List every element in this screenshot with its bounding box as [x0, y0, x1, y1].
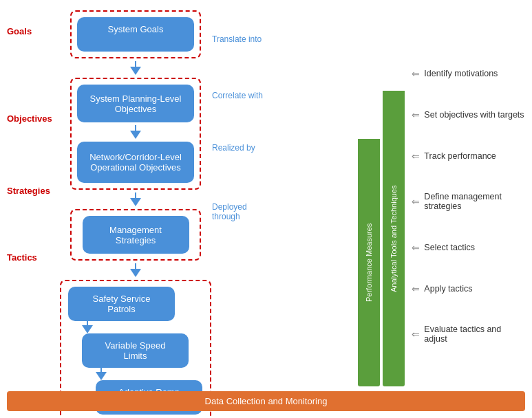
arrow-head-4 [130, 269, 141, 277]
analytical-bar: Analytical Tools and Techniques [383, 91, 405, 386]
performance-bar-container: Performance Measures [358, 50, 380, 386]
arrow-connector-2 [130, 125, 141, 139]
right-items-list: ⇐ Identify motivations ⇐ Set objectives … [405, 50, 525, 386]
system-goals-box: System Goals [77, 17, 194, 52]
arrow-left-icon-4: ⇐ [412, 242, 420, 253]
label-strategies: Strategies [7, 186, 63, 196]
main-container: Goals Objectives Strategies Tactics Syst… [0, 0, 532, 418]
label-goals: Goals [7, 26, 63, 36]
arrow-connector-1 [130, 61, 141, 75]
tac-arrow-head-1 [82, 325, 93, 333]
labels-column: Goals Objectives Strategies Tactics [7, 7, 63, 411]
bars-and-labels: Performance Measures Analytical Tools an… [358, 7, 525, 411]
arrow-line-4 [135, 263, 136, 269]
right-item-3: ⇐ Define management strategies [412, 192, 525, 211]
arrow-left-icon-3: ⇐ [412, 196, 420, 207]
management-strategies-box: Management Strategies [83, 216, 189, 254]
arrow-head [130, 67, 141, 75]
arrow-head-3 [130, 198, 141, 206]
arrow-left-icon-2: ⇐ [412, 151, 420, 162]
arrow-connector-3 [130, 192, 141, 206]
label-tactics: Tactics [7, 252, 63, 263]
diagram-boxes: System Goals System Planning-Level Objec… [63, 7, 208, 411]
network-corridor-box: Network/Corridor-Level Operational Objec… [77, 142, 194, 183]
performance-bar: Performance Measures [358, 139, 380, 386]
system-planning-box: System Planning-Level Objectives [77, 85, 194, 122]
tactic-row-2: Variable Speed Limits [82, 333, 189, 368]
right-item-label-6: Evaluate tactics and adjust [424, 324, 525, 344]
right-item-label-4: Select tactics [424, 243, 475, 252]
right-item-label-3: Define management strategies [424, 192, 525, 211]
arrow-left-icon-0: ⇐ [412, 68, 420, 79]
right-item-4: ⇐ Select tactics [412, 242, 525, 253]
translate-label: Translate into [212, 34, 270, 44]
right-item-5: ⇐ Apply tactics [412, 283, 525, 294]
label-objectives: Objectives [7, 113, 63, 124]
realized-label: Realized by [212, 143, 270, 153]
goals-dashed-box: System Goals [70, 10, 201, 58]
tac-arrow-head-2 [96, 372, 107, 380]
right-item-1: ⇐ Set objectives with targets [412, 109, 525, 120]
strategies-dashed-box: Management Strategies [70, 209, 201, 261]
right-item-2: ⇐ Track performance [412, 151, 525, 162]
bottom-bar: Data Collection and Monitoring [7, 391, 525, 411]
safety-service-box: Safety Service Patrols [68, 287, 175, 321]
arrow-line-2 [135, 125, 136, 131]
arrow-line-3 [135, 192, 136, 198]
arrow-head-2 [130, 131, 141, 139]
arrow-left-icon-6: ⇐ [412, 329, 420, 340]
deployed-label: Deployed through [212, 202, 270, 221]
right-item-label-1: Set objectives with targets [424, 110, 524, 120]
translate-column: Translate into Correlate with Realized b… [208, 7, 270, 411]
tactic-arrow-1 [82, 321, 93, 333]
right-item-label-2: Track performance [424, 151, 496, 161]
tactic-arrow-2 [96, 368, 107, 380]
arrow-line [135, 61, 136, 67]
right-item-0: ⇐ Identify motivations [412, 68, 525, 79]
left-area: Goals Objectives Strategies Tactics Syst… [7, 7, 358, 411]
objectives-dashed-box: System Planning-Level Objectives Network… [70, 78, 201, 190]
right-item-label-0: Identify motivations [424, 69, 498, 78]
arrow-left-icon-1: ⇐ [412, 109, 420, 120]
right-item-label-5: Apply tactics [424, 284, 472, 294]
right-item-6: ⇐ Evaluate tactics and adjust [412, 324, 525, 344]
diagram-translate-area: System Goals System Planning-Level Objec… [63, 7, 358, 411]
tactic-row-1: Safety Service Patrols [68, 287, 175, 321]
analytical-bar-container: Analytical Tools and Techniques [383, 50, 405, 386]
correlate-label: Correlate with [212, 91, 270, 100]
variable-speed-box: Variable Speed Limits [82, 333, 189, 368]
arrow-connector-4 [130, 263, 141, 277]
arrow-left-icon-5: ⇐ [412, 283, 420, 294]
